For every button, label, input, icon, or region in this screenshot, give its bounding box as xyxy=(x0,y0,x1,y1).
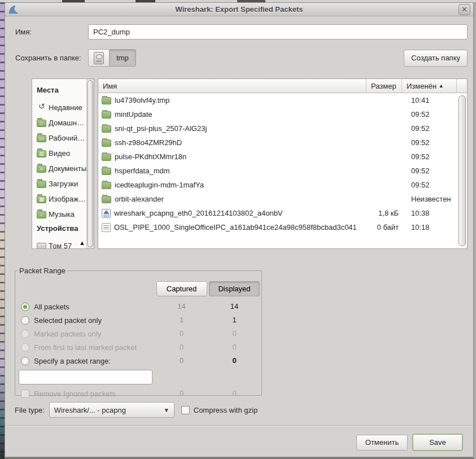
column-header-modified[interactable]: Изменён ▲ xyxy=(402,79,457,93)
file-row[interactable]: pulse-PKdhtXMmr18n09:52 xyxy=(98,150,467,164)
file-list: Имя Размер Изменён ▲ lu4739olvf4y.tmp10:… xyxy=(98,78,468,249)
file-name: mintUpdate xyxy=(115,110,152,119)
save-button[interactable]: Save xyxy=(412,434,463,451)
captured-button[interactable]: Captured xyxy=(156,281,207,296)
displayed-button[interactable]: Displayed xyxy=(209,281,260,296)
file-list-scrollbar[interactable] xyxy=(458,94,466,247)
packet-range-option-label: Marked packets only xyxy=(34,330,101,338)
sidebar-item-video[interactable]: ▤Видео xyxy=(37,146,86,161)
file-modified: 09:52 xyxy=(402,167,457,175)
packet-range-option[interactable]: All packets xyxy=(15,300,155,313)
file-row[interactable]: mintUpdate09:52 xyxy=(98,107,467,121)
sidebar-item-documents[interactable]: ≡Документы xyxy=(37,161,86,176)
folder-icon xyxy=(102,154,111,161)
remove-ignored-row[interactable]: Remove Ignored packets xyxy=(15,387,155,400)
file-row[interactable]: hsperfdata_mdm09:52 xyxy=(98,164,467,178)
devices-header: Устройства xyxy=(37,224,86,233)
downloads-icon: ↓ xyxy=(37,181,46,188)
pictures-icon: ▦ xyxy=(37,196,46,203)
file-modified: 10:38 xyxy=(402,209,457,217)
places-sidebar: Места ↺Недавние⌂Домашняя ...▭Рабочий сто… xyxy=(32,78,86,249)
displayed-count: 0 xyxy=(208,327,261,340)
sidebar-item-music[interactable]: ♪Музыка xyxy=(37,207,86,222)
sidebar-item-pictures[interactable]: ▦Изображен... xyxy=(37,191,86,207)
file-name: hsperfdata_mdm xyxy=(115,167,170,175)
capture-file-icon xyxy=(102,209,111,218)
sidebar-scrollbar[interactable] xyxy=(86,78,94,249)
drive-icon xyxy=(94,52,104,64)
footer-separator xyxy=(5,425,473,426)
radio-icon[interactable] xyxy=(21,316,29,325)
file-row[interactable]: OSL_PIPE_1000_SingleOfficeIPC_a161ab941c… xyxy=(98,220,467,234)
packet-range-option[interactable]: Selected packet only xyxy=(15,313,155,327)
close-icon[interactable]: ✕ xyxy=(458,4,470,15)
packet-range-frame: Packet Range Captured Displayed All pack… xyxy=(15,266,262,396)
volume-icon: ◦ xyxy=(37,243,46,249)
file-row[interactable]: wireshark_pcapng_eth0_20161214103802_a4o… xyxy=(98,206,467,220)
displayed-count: 14 xyxy=(208,300,261,313)
file-name: ssh-z98o4ZMR29hD xyxy=(115,138,182,147)
file-browser: Места ↺Недавние⌂Домашняя ...▭Рабочий сто… xyxy=(32,78,468,249)
filesystem-root-button[interactable] xyxy=(88,49,110,67)
radio-icon xyxy=(21,343,29,352)
file-type-dropdown[interactable]: Wireshark/... - pcapng ▼ xyxy=(49,402,174,418)
file-name: lu4739olvf4y.tmp xyxy=(115,96,169,104)
window-title: Wireshark: Export Specified Packets xyxy=(5,5,473,14)
captured-count: 14 xyxy=(155,300,208,313)
column-header-name[interactable]: Имя xyxy=(98,79,366,93)
file-name: wireshark_pcapng_eth0_20161214103802_a4o… xyxy=(114,209,283,217)
file-list-header: Имя Размер Изменён ▲ xyxy=(98,79,467,93)
displayed-count: 1 xyxy=(208,313,261,327)
file-modified: 10:41 xyxy=(402,96,457,104)
sidebar-item-recent[interactable]: ↺Недавние xyxy=(37,100,86,115)
filename-input[interactable] xyxy=(88,24,468,40)
save-folder-row: Сохранить в папке: tmp Создать папку xyxy=(11,49,468,67)
sort-ascending-icon: ▲ xyxy=(439,83,444,89)
titlebar[interactable]: Wireshark: Export Specified Packets ✕ xyxy=(5,3,473,16)
file-modified: 09:52 xyxy=(402,181,457,189)
file-type-label: File type: xyxy=(15,406,45,414)
sidebar-item-home[interactable]: ⌂Домашняя ... xyxy=(37,115,86,130)
folder-icon xyxy=(102,125,111,133)
current-folder-button[interactable]: tmp xyxy=(110,49,136,67)
folder-icon xyxy=(102,139,111,147)
cancel-button[interactable]: Отменить xyxy=(356,435,408,451)
packet-range-option-label: From first to last marked packet xyxy=(34,343,137,352)
file-row[interactable]: sni-qt_psi-plus_2507-AlG23j09:52 xyxy=(98,121,467,135)
file-row[interactable]: lu4739olvf4y.tmp10:41 xyxy=(98,93,467,107)
sidebar-item-label: Изображен... xyxy=(49,195,86,203)
packet-range-option[interactable]: Specify a packet range: xyxy=(15,354,155,368)
places-list: ↺Недавние⌂Домашняя ...▭Рабочий стол▤Виде… xyxy=(37,100,86,222)
sidebar-item-label: Недавние xyxy=(49,103,82,112)
sidebar-item-label: Домашняя ... xyxy=(49,119,86,127)
compress-gzip-checkbox-icon[interactable] xyxy=(181,406,190,414)
sidebar-item-downloads[interactable]: ↓Загрузки xyxy=(37,176,86,191)
compress-gzip-option[interactable]: Compress with gzip xyxy=(181,406,257,414)
file-size: 1,8 кБ xyxy=(366,209,402,217)
sidebar-item-desktop[interactable]: ▭Рабочий стол xyxy=(37,130,86,146)
packet-range-option: Marked packets only xyxy=(15,327,155,340)
sidebar-item-label: Загрузки xyxy=(49,180,78,188)
file-modified: 09:52 xyxy=(402,152,457,161)
file-name: orbit-alexander xyxy=(115,195,164,203)
remove-ignored-checkbox-icon[interactable] xyxy=(21,390,29,398)
folder-icon xyxy=(102,168,111,175)
radio-icon[interactable] xyxy=(21,357,29,365)
create-folder-button[interactable]: Создать папку xyxy=(404,50,468,67)
recent-icon: ↺ xyxy=(37,104,46,112)
packet-range-option: From first to last marked packet xyxy=(15,340,155,354)
file-row[interactable]: ssh-z98o4ZMR29hD09:52 xyxy=(98,135,467,150)
file-row[interactable]: orbit-alexanderНеизвестен xyxy=(98,192,467,206)
captured-count: 0 xyxy=(155,340,208,354)
packet-range-input[interactable] xyxy=(19,370,152,384)
file-row[interactable]: icedteaplugin-mdm-1mafYa09:52 xyxy=(98,178,467,192)
packet-range-title: Packet Range xyxy=(18,266,67,275)
file-name: sni-qt_psi-plus_2507-AlG23j xyxy=(115,124,207,133)
sidebar-scroll-up-icon[interactable]: ▲ xyxy=(79,239,85,246)
remove-ignored-displayed-count: 0 xyxy=(208,387,261,400)
radio-icon[interactable] xyxy=(21,303,29,311)
packet-range-option-label: Specify a packet range: xyxy=(34,357,111,365)
column-header-size[interactable]: Размер xyxy=(366,79,402,93)
sidebar-item-label: Музыка xyxy=(49,210,75,218)
radio-icon xyxy=(21,330,29,338)
